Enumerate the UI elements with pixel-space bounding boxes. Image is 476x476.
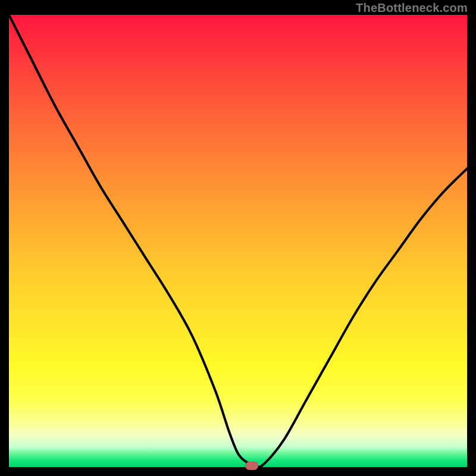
optimal-marker bbox=[245, 462, 258, 470]
bottleneck-curve bbox=[9, 15, 467, 467]
plot-area bbox=[9, 15, 467, 467]
chart-stage: TheBottleneck.com bbox=[0, 0, 476, 476]
watermark-text: TheBottleneck.com bbox=[356, 1, 468, 15]
